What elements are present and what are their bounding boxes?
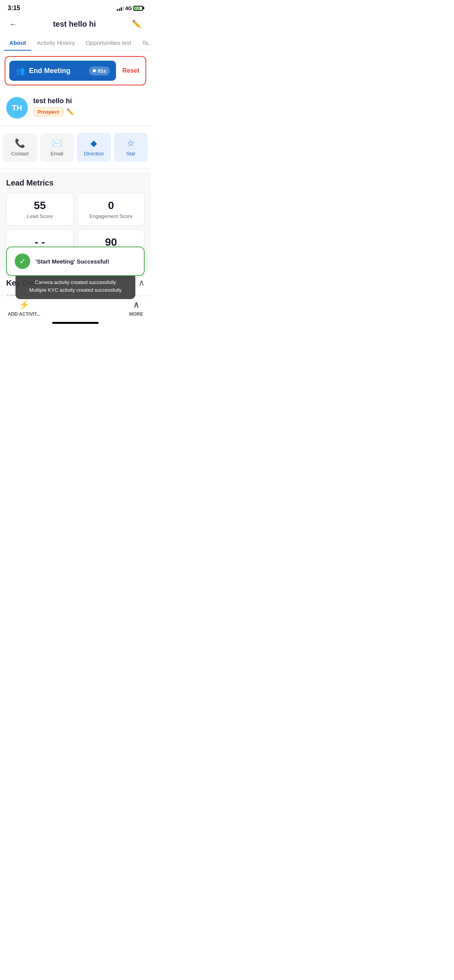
add-activity-icon: ⚡ — [19, 300, 29, 310]
end-meeting-button[interactable]: 👥 End Meeting 01s — [9, 61, 116, 81]
network-type: 4G — [125, 5, 132, 11]
avatar: TH — [6, 97, 28, 119]
engagement-score-value: 0 — [84, 199, 138, 212]
email-button[interactable]: ✉️ Email — [40, 133, 74, 162]
direction-label: Direction — [84, 151, 104, 157]
add-activity-button[interactable]: ⚡ ADD ACTIVIT... — [8, 300, 40, 317]
chevron-up-icon[interactable]: ∧ — [138, 278, 145, 288]
contact-info: TH test hello hi Prospect ✏️ — [0, 91, 151, 122]
star-label: Star — [126, 151, 135, 157]
tag-edit-icon[interactable]: ✏️ — [67, 108, 74, 116]
add-activity-label: ADD ACTIVIT... — [8, 311, 40, 317]
time: 3:15 — [8, 5, 20, 12]
bottom-toast: Camera activity created successfully Mul… — [15, 273, 135, 299]
home-indicator — [52, 322, 99, 324]
status-icons: 4G ⚡ — [117, 5, 143, 11]
checkmark-icon: ✓ — [19, 257, 26, 266]
timer-value: 01s — [98, 68, 106, 74]
status-bar: 3:15 4G ⚡ — [0, 0, 151, 14]
divider-1 — [0, 126, 151, 126]
end-meeting-label: End Meeting — [29, 67, 70, 75]
action-buttons: 📞 Contact ✉️ Email ◆ Direction ☆ Star — [0, 129, 151, 166]
email-label: Email — [51, 151, 63, 157]
contact-tags: Prospect ✏️ — [33, 107, 145, 116]
edit-button[interactable]: ✏️ — [130, 18, 143, 30]
contact-name: test hello hi — [33, 97, 145, 105]
timer-badge: 01s — [89, 66, 110, 75]
bottom-toast-line1: Camera activity created successfully — [22, 279, 128, 286]
more-button[interactable]: ∧ MORE — [129, 300, 143, 317]
tab-more[interactable]: Ta... — [137, 36, 151, 51]
success-message: 'Start Meeting' Successful! — [36, 258, 109, 265]
lead-metrics-title: Lead Metrics — [6, 179, 145, 187]
bottom-toast-line2: Multiple KYC activity created successful… — [22, 286, 128, 294]
success-toast: ✓ 'Start Meeting' Successful! — [6, 247, 145, 276]
page-title: test hello hi — [53, 20, 96, 29]
email-icon: ✉️ — [52, 138, 62, 148]
end-meeting-left: 👥 End Meeting — [15, 66, 70, 75]
contact-button[interactable]: 📞 Contact — [3, 133, 37, 162]
phone-icon: 📞 — [15, 138, 25, 148]
timer-dot — [93, 69, 96, 72]
star-button[interactable]: ☆ Star — [114, 133, 148, 162]
back-button[interactable]: ← — [8, 18, 19, 30]
lead-score-card: 55 Lead Score — [6, 193, 73, 226]
contact-details: test hello hi Prospect ✏️ — [33, 97, 145, 116]
lead-score-label: Lead Score — [13, 213, 67, 219]
reset-button[interactable]: Reset — [120, 64, 142, 77]
engagement-score-label: Engagement Score — [84, 213, 138, 219]
success-icon-wrap: ✓ — [15, 254, 30, 269]
direction-button[interactable]: ◆ Direction — [77, 133, 111, 162]
tab-activity-history[interactable]: Activity History — [31, 36, 80, 51]
engagement-score-card: 0 Engagement Score — [77, 193, 145, 226]
lead-score-value: 55 — [13, 199, 67, 212]
tab-opportunities[interactable]: Opportunities test — [80, 36, 137, 51]
more-label: MORE — [129, 311, 143, 317]
direction-icon: ◆ — [90, 138, 97, 148]
tab-about[interactable]: About — [4, 36, 31, 51]
tabs-bar: About Activity History Opportunities tes… — [0, 36, 151, 51]
divider-2 — [0, 169, 151, 169]
meeting-icon: 👥 — [15, 66, 25, 75]
star-icon: ☆ — [127, 138, 135, 148]
contact-label: Contact — [11, 151, 29, 157]
meeting-box: 👥 End Meeting 01s Reset — [5, 56, 146, 85]
prospect-tag: Prospect — [33, 107, 63, 116]
header: ← test hello hi ✏️ — [0, 14, 151, 36]
signal-icon — [117, 5, 124, 11]
more-icon: ∧ — [133, 300, 139, 310]
battery-icon: ⚡ — [133, 6, 143, 11]
